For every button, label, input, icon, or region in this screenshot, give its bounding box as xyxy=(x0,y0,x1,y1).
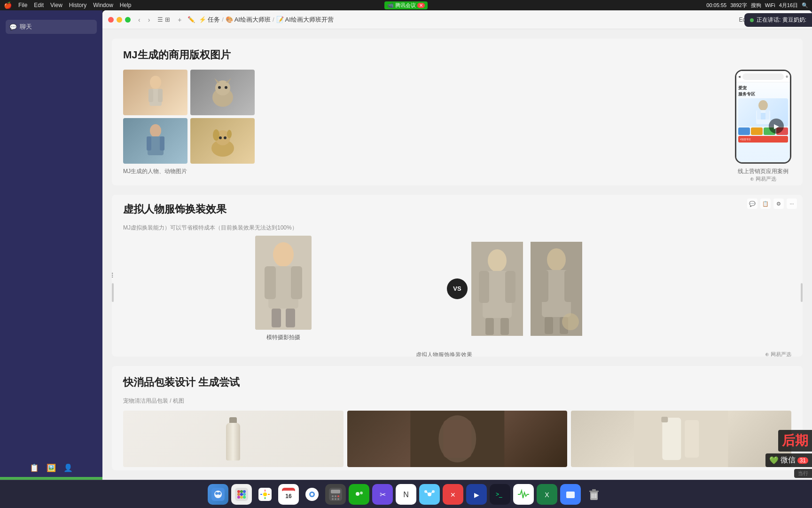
search-icon[interactable]: 🔍 xyxy=(802,2,808,8)
dock-launchpad[interactable] xyxy=(231,484,252,505)
breadcrumb-class[interactable]: 🎨 AI绘画大师班 xyxy=(226,16,271,24)
phone-icon1 xyxy=(738,127,750,135)
svg-point-33 xyxy=(488,249,507,272)
svg-rect-51 xyxy=(663,418,681,460)
tencent-meeting-badge[interactable]: 📹 腾讯会议 ✕ xyxy=(384,1,428,9)
svg-rect-36 xyxy=(505,271,515,303)
svg-rect-53 xyxy=(685,420,699,458)
back-button[interactable]: ‹ xyxy=(136,15,142,24)
dock-xmind[interactable]: ✕ xyxy=(443,484,463,505)
dock-wechat[interactable] xyxy=(349,484,369,505)
fashion-left-label: 模特摄影拍摄 xyxy=(266,333,300,341)
menu-icon[interactable]: ☰ xyxy=(157,16,163,23)
comment-tool[interactable]: 💬 xyxy=(747,198,757,209)
breadcrumb-sep2: / xyxy=(273,16,274,23)
menu-view[interactable]: View xyxy=(50,2,62,8)
svg-point-62 xyxy=(237,493,240,496)
menu-history[interactable]: History xyxy=(69,2,86,8)
pencil-icon[interactable]: ✏️ xyxy=(187,16,195,23)
word-count: 3892字 xyxy=(730,2,747,9)
add-button[interactable]: + xyxy=(176,15,183,24)
left-drag-handle[interactable] xyxy=(112,283,114,302)
maximize-button[interactable] xyxy=(125,17,131,23)
svg-point-83 xyxy=(332,495,334,497)
meeting-close-btn[interactable]: ✕ xyxy=(417,3,425,8)
card1-title: MJ生成的商用版权图片 xyxy=(123,48,791,62)
svg-point-87 xyxy=(335,498,336,500)
apple-menu[interactable]: 🍎 xyxy=(4,1,12,9)
breadcrumb-sep1: / xyxy=(222,16,224,23)
svg-point-59 xyxy=(237,490,240,493)
corner-overlay: 后期 💚 微信 31 当行 xyxy=(765,430,812,478)
dock-calendar[interactable]: 16 xyxy=(278,484,299,505)
wechat-badge: 31 xyxy=(797,457,808,464)
forward-button[interactable]: › xyxy=(146,15,152,24)
svg-point-61 xyxy=(243,490,246,493)
dock-trash[interactable] xyxy=(584,484,604,505)
date-display: 4月16日 xyxy=(779,2,798,9)
menu-help[interactable]: Help xyxy=(120,2,132,8)
dock-app1[interactable]: ▶ xyxy=(466,484,487,505)
list-tool[interactable]: 📋 xyxy=(760,198,771,209)
card1-content: MJ生成的人物、动物图片 ◀ ⚙ 爱宠服务专区 xyxy=(123,70,791,183)
pet-service-title: 爱宠服务专区 xyxy=(738,85,788,97)
svg-point-56 xyxy=(215,492,218,495)
wifi-icon: WiFi xyxy=(765,2,775,8)
dock-notion[interactable]: N xyxy=(396,484,416,505)
menu-edit[interactable]: Edit xyxy=(34,2,44,8)
play-button[interactable]: ▶ xyxy=(769,119,784,134)
dock-photos[interactable] xyxy=(255,484,275,505)
card1-watermark: ⊕ 网易严选 xyxy=(750,175,776,183)
dock-calculator[interactable] xyxy=(325,484,346,505)
person1-image xyxy=(123,70,187,115)
card2-content: 模特摄影拍摄 VS xyxy=(112,236,803,349)
close-button[interactable] xyxy=(108,17,114,23)
dock-mindnode[interactable] xyxy=(419,484,440,505)
svg-point-85 xyxy=(337,495,339,497)
svg-rect-112 xyxy=(566,492,575,498)
app-window: ‹ › ☰ ⊞ + ✏️ ⚡ 任务 / 🎨 AI绘画大师班 / 📝 AI绘画大师… xyxy=(102,10,812,480)
dock-chrome[interactable] xyxy=(302,484,322,505)
more-tool[interactable]: ··· xyxy=(787,198,797,209)
svg-rect-114 xyxy=(589,491,599,492)
user-icon[interactable]: 👤 xyxy=(63,463,73,472)
dock-terminal[interactable]: >_ xyxy=(490,484,510,505)
svg-text:N: N xyxy=(403,491,409,499)
card3-subtitle: 宠物清洁用品包装 / 机图 xyxy=(123,397,791,405)
right-drag-handle[interactable] xyxy=(801,283,803,302)
pkg-image1 xyxy=(123,411,344,467)
dock-vectornator[interactable]: ✂ xyxy=(372,484,393,505)
grid-icon[interactable]: ⊞ xyxy=(165,16,170,23)
svg-point-86 xyxy=(332,498,334,500)
bottle-shape xyxy=(226,423,240,460)
calendar-icon[interactable]: 📋 xyxy=(30,463,39,472)
chat-label: 聊天 xyxy=(20,23,32,31)
phone-banner: #国货专区 xyxy=(738,136,788,143)
card2-header: 虚拟人物服饰换装效果 MJ虚拟换装能力）可以节省模特成本（目前换装效果无法达到1… xyxy=(112,195,803,236)
svg-point-57 xyxy=(218,492,221,495)
dock-files[interactable] xyxy=(560,484,581,505)
menu-window[interactable]: Window xyxy=(93,2,113,8)
sidebar-chat[interactable]: 💬 聊天 xyxy=(6,20,97,34)
svg-point-90 xyxy=(356,492,359,496)
menubar: 🍎 File Edit View History Window Help 📹 腾… xyxy=(0,0,812,10)
traffic-lights xyxy=(108,17,131,23)
dock-finder[interactable] xyxy=(208,484,228,505)
breadcrumb-current[interactable]: 📝 AI绘画大师班开营 xyxy=(276,16,334,24)
svg-rect-38 xyxy=(500,318,509,335)
breadcrumb-task[interactable]: ⚡ 任务 xyxy=(199,16,220,24)
dock-activity[interactable] xyxy=(513,484,534,505)
svg-point-84 xyxy=(335,495,336,497)
settings-tool[interactable]: ⚙ xyxy=(773,198,784,209)
minimize-button[interactable] xyxy=(117,17,122,23)
svg-rect-44 xyxy=(545,317,553,334)
bottle-cap xyxy=(229,417,237,423)
svg-rect-49 xyxy=(443,420,471,458)
image-icon[interactable]: 🖼️ xyxy=(47,463,56,472)
card2-subtitle: MJ虚拟换装能力）可以节省模特成本（目前换装效果无法达到100%） xyxy=(123,224,791,232)
virtual-photo2 xyxy=(531,242,582,336)
menu-file[interactable]: File xyxy=(18,2,27,8)
main-content[interactable]: MJ生成的商用版权图片 xyxy=(102,29,812,480)
svg-point-40 xyxy=(547,248,566,271)
dock-excel[interactable]: X xyxy=(537,484,557,505)
